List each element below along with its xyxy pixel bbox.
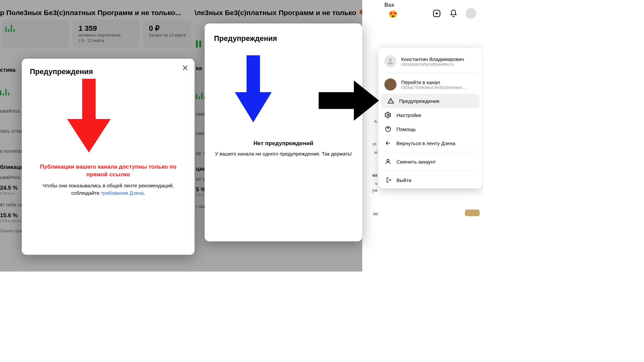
create-button[interactable] [432,9,441,18]
blue-arrow-icon [235,55,272,122]
help-icon [384,125,392,133]
svg-point-4 [387,159,389,162]
no-warnings-body: У вашего канала ни одного предупреждения… [214,150,353,157]
menu-logout[interactable]: Выйти [378,173,482,187]
warnings-modal-clean: Предупреждения Нет предупреждений У ваше… [205,23,362,241]
menu-help[interactable]: Помощь [378,122,482,136]
menu-switch-account[interactable]: Сменить аккаунт [378,155,482,169]
close-button[interactable]: ✕ [182,64,189,72]
requirements-link[interactable]: требования Дзена [101,190,144,196]
arrow-left-icon [384,139,392,147]
modal-title: Предупреждения [30,67,186,76]
avatar-button[interactable] [466,8,476,19]
gear-icon [384,111,392,119]
menu-user[interactable]: Константин Владимирович obzorpoleznihpro… [378,52,482,71]
restriction-body: Чтобы они показывались в общей ленте рек… [30,182,186,197]
svg-point-1 [389,59,392,61]
svg-point-2 [387,114,389,116]
restriction-headline: Публикации вашего канала доступны только… [30,163,186,179]
menu-channel[interactable]: Перейти в канал Об3ор Поле3ных Бе3(с)пла… [378,75,482,94]
no-warnings-title: Нет предупреждений [214,140,353,147]
user-menu: Константин Владимирович obzorpoleznihpro… [378,48,482,188]
menu-warnings[interactable]: Предупреждения [381,94,480,108]
avatar-icon [384,55,396,67]
red-arrow-icon [67,79,111,153]
menu-back-feed[interactable]: Вернуться в ленту Дзена [378,136,482,150]
logout-icon [384,176,392,184]
menu-settings[interactable]: Настройки [378,108,482,122]
channel-avatar-icon [384,78,396,90]
warning-icon [387,97,394,105]
black-arrow-icon [319,80,379,121]
switch-account-icon [384,158,392,165]
notifications-button[interactable] [449,9,458,18]
modal-title: Предупреждения [214,34,353,43]
